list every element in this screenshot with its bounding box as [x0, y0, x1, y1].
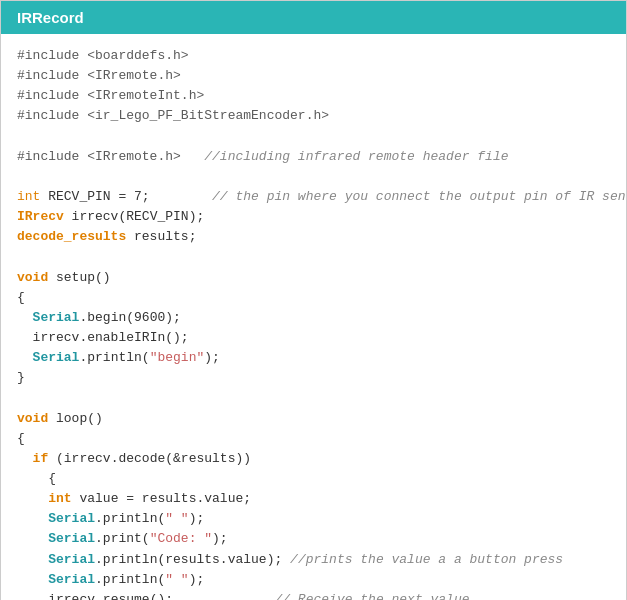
- code-line: #include <IRremote.h>: [17, 68, 181, 83]
- code-line: #include <IRremote.h> //including infrar…: [17, 149, 508, 164]
- code-line: {: [17, 290, 25, 305]
- code-editor[interactable]: #include <boarddefs.h> #include <IRremot…: [1, 34, 626, 600]
- code-line: decode_results results;: [17, 229, 196, 244]
- code-line: #include <IRremoteInt.h>: [17, 88, 204, 103]
- code-line: Serial.print("Code: ");: [17, 531, 228, 546]
- code-line: Serial.println("begin");: [17, 350, 220, 365]
- code-line: {: [17, 431, 25, 446]
- code-line: int RECV_PIN = 7; // the pin where you c…: [17, 189, 626, 204]
- code-line: void setup(): [17, 270, 111, 285]
- code-line: irrecv.enableIRIn();: [17, 330, 189, 345]
- code-line: Serial.println(" ");: [17, 511, 204, 526]
- code-line: {: [17, 471, 56, 486]
- code-line: #include <ir_Lego_PF_BitStreamEncoder.h>: [17, 108, 329, 123]
- code-line: void loop(): [17, 411, 103, 426]
- code-line: IRrecv irrecv(RECV_PIN);: [17, 209, 204, 224]
- code-line: Serial.println(" ");: [17, 572, 204, 587]
- code-line: if (irrecv.decode(&results)): [17, 451, 251, 466]
- code-line: Serial.begin(9600);: [17, 310, 181, 325]
- code-line: irrecv.resume(); // Receive the next val…: [17, 592, 470, 600]
- title-bar: IRRecord: [1, 1, 626, 34]
- code-line: }: [17, 370, 25, 385]
- window-title: IRRecord: [17, 9, 84, 26]
- code-line: int value = results.value;: [17, 491, 251, 506]
- main-window: IRRecord #include <boarddefs.h> #include…: [0, 0, 627, 600]
- code-line: #include <boarddefs.h>: [17, 48, 189, 63]
- code-line: Serial.println(results.value); //prints …: [17, 552, 563, 567]
